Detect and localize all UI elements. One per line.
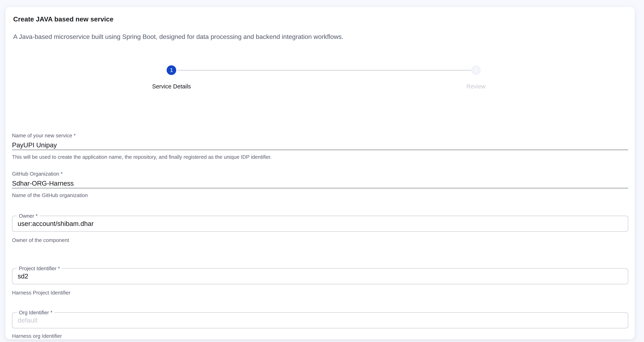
step-1-indicator: 1 [166, 65, 176, 75]
field-owner: Owner * Owner of the component [12, 216, 628, 243]
step-1-label: Service Details [152, 83, 191, 90]
step-1-number: 1 [170, 67, 173, 73]
create-service-card: Create JAVA based new service A Java-bas… [6, 7, 635, 339]
github-org-helper: Name of the GitHub organization [12, 192, 628, 199]
field-project-identifier: Project Identifier * Harness Project Ide… [12, 268, 628, 296]
project-identifier-input[interactable] [12, 269, 628, 284]
field-github-org: GitHub Organization * Name of the GitHub… [12, 170, 628, 199]
stepper: 1 Service Details 2 Review [12, 65, 628, 90]
org-identifier-input-box[interactable]: Org Identifier * [12, 312, 628, 328]
owner-helper: Owner of the component [12, 237, 628, 243]
step-2-number: 2 [474, 67, 478, 73]
step-2-indicator: 2 [471, 65, 481, 75]
stepper-connector [178, 70, 472, 71]
owner-input-box[interactable]: Owner * [12, 216, 628, 232]
service-name-label: Name of your new service * [12, 132, 628, 139]
field-service-name: Name of your new service * This will be … [12, 132, 628, 160]
owner-input[interactable] [12, 216, 628, 231]
org-identifier-helper: Harness org Identifier [12, 333, 628, 339]
project-identifier-helper: Harness Project Identifier [12, 289, 628, 296]
service-name-input[interactable] [12, 141, 628, 150]
github-org-input[interactable] [12, 179, 628, 189]
service-name-helper: This will be used to create the applicat… [12, 154, 628, 160]
page-subtitle: A Java-based microservice built using Sp… [13, 33, 628, 41]
owner-label: Owner * [17, 213, 40, 219]
page-title: Create JAVA based new service [13, 15, 628, 24]
step-review[interactable]: 2 Review [324, 65, 628, 90]
github-org-label: GitHub Organization * [12, 170, 628, 177]
field-org-identifier: Org Identifier * Harness org Identifier [12, 312, 628, 339]
project-identifier-input-box[interactable]: Project Identifier * [12, 268, 628, 284]
project-identifier-label: Project Identifier * [17, 265, 62, 271]
step-service-details[interactable]: 1 Service Details [19, 65, 324, 90]
org-identifier-input[interactable] [12, 313, 628, 328]
service-details-form: Name of your new service * This will be … [12, 132, 628, 339]
org-identifier-label: Org Identifier * [17, 309, 54, 315]
step-2-label: Review [466, 83, 486, 90]
